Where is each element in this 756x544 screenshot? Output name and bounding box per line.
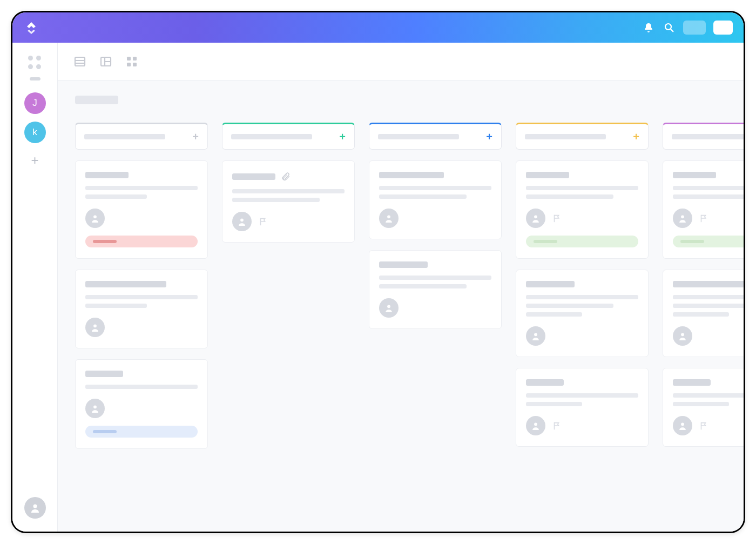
column-header[interactable]: + — [369, 123, 502, 150]
svg-point-21 — [534, 422, 537, 426]
tag-label — [93, 430, 117, 433]
priority-flag-icon[interactable] — [258, 217, 268, 226]
main: +++++ — [58, 43, 744, 532]
board-column: + — [663, 123, 744, 449]
card-tag[interactable] — [85, 426, 198, 438]
column-header[interactable]: + — [222, 123, 355, 150]
text-line — [379, 194, 467, 199]
assignee-avatar-icon[interactable] — [526, 326, 545, 346]
task-card[interactable] — [516, 160, 649, 259]
workspace-avatar[interactable]: J — [24, 92, 46, 114]
add-workspace-button[interactable]: + — [25, 151, 45, 170]
assignee-avatar-icon[interactable] — [673, 326, 692, 346]
search-icon[interactable] — [663, 21, 676, 34]
card-title — [379, 172, 444, 178]
card-tag[interactable] — [673, 236, 744, 247]
text-line — [526, 393, 638, 398]
apps-grid-icon[interactable] — [28, 56, 42, 70]
view-toolbar — [58, 43, 744, 80]
svg-rect-10 — [133, 57, 137, 61]
assignee-avatar-icon[interactable] — [673, 209, 692, 228]
board-view-icon[interactable] — [99, 55, 113, 69]
user-avatar-icon[interactable] — [24, 497, 46, 519]
card-title — [673, 379, 711, 386]
assignee-avatar-icon[interactable] — [526, 209, 545, 228]
svg-rect-9 — [127, 57, 131, 61]
list-view-icon[interactable] — [73, 55, 87, 69]
card-tag[interactable] — [526, 236, 638, 247]
text-line — [673, 295, 744, 299]
assignee-avatar-icon[interactable] — [379, 298, 399, 318]
text-line — [526, 295, 638, 299]
breadcrumb[interactable] — [75, 96, 118, 104]
board-columns: +++++ — [75, 123, 744, 449]
assignee-avatar-icon[interactable] — [526, 416, 545, 435]
text-line — [85, 304, 147, 308]
grid-view-icon[interactable] — [125, 55, 139, 69]
priority-flag-icon[interactable] — [699, 213, 708, 223]
notifications-icon[interactable] — [642, 21, 655, 34]
assignee-avatar-icon[interactable] — [379, 209, 399, 228]
add-card-button[interactable]: + — [486, 131, 492, 143]
column-header[interactable]: + — [516, 123, 649, 150]
svg-point-23 — [681, 333, 684, 336]
task-card[interactable] — [516, 270, 649, 357]
assignee-avatar-icon[interactable] — [232, 212, 252, 231]
text-line — [673, 393, 744, 398]
priority-flag-icon[interactable] — [552, 213, 562, 223]
topbar-chip-primary[interactable] — [713, 21, 733, 35]
column-title — [84, 134, 165, 139]
add-card-button[interactable]: + — [339, 131, 346, 143]
card-title — [85, 281, 166, 287]
task-card[interactable] — [369, 250, 502, 329]
text-line — [526, 312, 582, 317]
svg-point-2 — [33, 505, 37, 508]
svg-point-15 — [93, 405, 97, 408]
svg-rect-12 — [133, 63, 137, 66]
column-header[interactable]: + — [663, 123, 744, 150]
card-title — [673, 281, 744, 287]
svg-rect-3 — [75, 57, 85, 66]
card-description — [85, 385, 198, 389]
card-description — [673, 295, 744, 317]
add-card-button[interactable]: + — [192, 131, 199, 143]
sidebar-divider — [30, 77, 40, 80]
card-description — [526, 393, 638, 406]
assignee-avatar-icon[interactable] — [673, 416, 692, 435]
column-header[interactable]: + — [75, 123, 208, 150]
workspace-avatar[interactable]: k — [24, 122, 46, 143]
card-description — [85, 186, 198, 199]
svg-point-14 — [93, 324, 97, 327]
svg-point-17 — [387, 215, 390, 218]
column-title — [231, 134, 312, 139]
column-title — [378, 134, 459, 139]
assignee-avatar-icon[interactable] — [85, 318, 105, 337]
card-description — [673, 186, 744, 199]
card-description — [85, 295, 198, 308]
task-card[interactable] — [222, 160, 355, 243]
task-card[interactable] — [75, 359, 208, 449]
board-column: + — [75, 123, 208, 449]
text-line — [526, 194, 613, 199]
task-card[interactable] — [663, 160, 744, 259]
board-column: + — [369, 123, 502, 449]
attachment-icon — [281, 172, 291, 182]
task-card[interactable] — [75, 270, 208, 348]
assignee-avatar-icon[interactable] — [85, 399, 105, 418]
card-description — [232, 189, 345, 202]
card-tag[interactable] — [85, 236, 198, 247]
assignee-avatar-icon[interactable] — [85, 209, 105, 228]
task-card[interactable] — [663, 270, 744, 357]
topbar-chip-secondary[interactable] — [683, 21, 706, 35]
svg-point-0 — [665, 24, 671, 30]
task-card[interactable] — [75, 160, 208, 259]
svg-point-19 — [534, 215, 537, 218]
priority-flag-icon[interactable] — [552, 421, 562, 431]
priority-flag-icon[interactable] — [699, 421, 708, 431]
task-card[interactable] — [663, 368, 744, 447]
task-card[interactable] — [369, 160, 502, 239]
add-card-button[interactable]: + — [633, 131, 639, 143]
app-logo-icon[interactable] — [23, 19, 39, 36]
task-card[interactable] — [516, 368, 649, 447]
card-description — [379, 276, 491, 288]
